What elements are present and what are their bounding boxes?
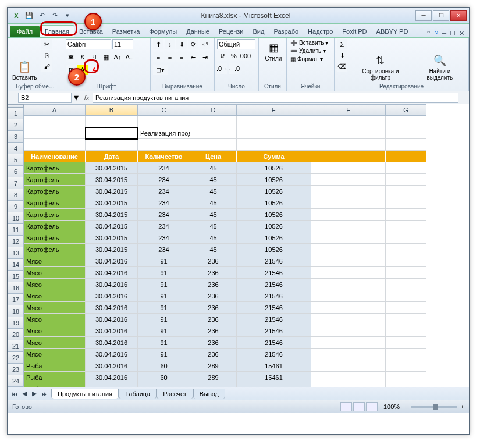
cell[interactable]	[386, 221, 426, 232]
cell[interactable]	[190, 139, 237, 151]
row-header[interactable]: 19	[8, 317, 24, 329]
cell[interactable]	[386, 162, 426, 174]
zoom-in-icon[interactable]: +	[461, 403, 464, 410]
help-icon[interactable]: ?	[435, 30, 438, 37]
autosum-icon[interactable]: Σ	[337, 39, 347, 49]
fx-icon[interactable]: fx	[81, 94, 93, 101]
cell[interactable]	[311, 267, 386, 279]
cell[interactable]	[311, 139, 386, 151]
cell[interactable]: 60	[138, 360, 190, 372]
row-header[interactable]: 9	[8, 201, 24, 212]
paste-button[interactable]: 📋 Вставить	[10, 39, 39, 82]
align-middle-icon[interactable]: ↕	[165, 39, 175, 49]
tab-view[interactable]: Вид	[248, 26, 269, 37]
cell[interactable]	[311, 244, 386, 255]
cell[interactable]: Рыба	[24, 372, 86, 383]
doc-close-icon[interactable]: ✕	[459, 30, 464, 37]
row-header[interactable]: 24	[8, 375, 24, 387]
cell[interactable]: 30.04.2016	[86, 267, 138, 279]
cell[interactable]: 236	[190, 279, 237, 290]
underline-button[interactable]: Ч	[89, 52, 99, 62]
align-top-icon[interactable]: ⬆	[153, 39, 163, 49]
cell[interactable]	[386, 314, 426, 325]
sheet-tab-3[interactable]: Рассчет	[157, 389, 193, 399]
cell[interactable]: 91	[138, 255, 190, 267]
cell[interactable]: 91	[138, 290, 190, 302]
tab-developer[interactable]: Разрабо	[269, 26, 303, 37]
cell[interactable]	[138, 116, 190, 127]
row-header[interactable]: 7	[8, 177, 24, 189]
excel-icon[interactable]: X	[11, 10, 22, 21]
tab-formulas[interactable]: Формулы	[144, 26, 182, 37]
cell[interactable]: 15461	[237, 372, 311, 383]
cell[interactable]	[311, 116, 386, 127]
cell[interactable]	[386, 360, 426, 372]
cell[interactable]	[311, 162, 386, 174]
cell[interactable]	[24, 139, 86, 151]
minimize-ribbon-icon[interactable]: ⌃	[426, 30, 431, 37]
font-name-select[interactable]	[66, 39, 111, 49]
cell[interactable]: 30.04.2016	[86, 383, 138, 387]
cell[interactable]	[311, 302, 386, 314]
cell[interactable]	[138, 139, 190, 151]
cell[interactable]: 30.04.2015	[86, 244, 138, 255]
formula-bar[interactable]: Реализация продуктов питания	[93, 93, 458, 103]
cell[interactable]	[311, 314, 386, 325]
zoom-out-icon[interactable]: −	[403, 403, 407, 410]
tab-abbyy[interactable]: ABBYY PD	[372, 26, 413, 37]
row-header[interactable]: 6	[8, 166, 24, 177]
zoom-level[interactable]: 100%	[383, 403, 400, 410]
tab-foxit[interactable]: Foxit PD	[337, 26, 371, 37]
cell[interactable]	[386, 174, 426, 186]
cell[interactable]	[190, 127, 237, 139]
row-header[interactable]: 18	[8, 305, 24, 317]
cell[interactable]	[311, 290, 386, 302]
cell[interactable]: Картофель	[24, 186, 86, 197]
tab-review[interactable]: Рецензи	[214, 26, 248, 37]
spreadsheet-grid[interactable]: 123456789101112131415161718192021222324 …	[8, 104, 469, 387]
col-header-E[interactable]: E	[237, 104, 311, 116]
doc-restore-icon[interactable]: ☐	[450, 30, 456, 37]
find-select-button[interactable]: 🔍 Найти и выделить	[414, 39, 466, 82]
cell[interactable]: 45	[190, 232, 237, 244]
cell[interactable]: 10526	[237, 221, 311, 232]
header-cell[interactable]: Цена	[190, 151, 237, 162]
cell[interactable]	[386, 151, 426, 162]
undo-icon[interactable]: ↶	[37, 10, 47, 21]
sheet-tab-4[interactable]: Вывод	[193, 389, 225, 399]
cell[interactable]: Картофель	[24, 197, 86, 209]
cell[interactable]: Мясо	[24, 337, 86, 349]
cell[interactable]	[24, 127, 86, 139]
row-header[interactable]: 10	[8, 212, 24, 224]
cell[interactable]: 234	[138, 162, 190, 174]
header-cell[interactable]: Сумма	[237, 151, 311, 162]
cell[interactable]: 21546	[237, 314, 311, 325]
cell[interactable]: 10526	[237, 244, 311, 255]
zoom-thumb[interactable]	[433, 404, 438, 410]
name-box[interactable]: B2	[18, 93, 72, 103]
cell[interactable]	[311, 360, 386, 372]
bold-button[interactable]: Ж	[66, 52, 76, 62]
row-header[interactable]: 21	[8, 340, 24, 352]
cell[interactable]	[311, 279, 386, 290]
sheet-nav-first-icon[interactable]: ⏮	[10, 389, 19, 399]
cell[interactable]: 30.04.2015	[86, 197, 138, 209]
cell[interactable]: 236	[190, 267, 237, 279]
cell[interactable]: 91	[138, 349, 190, 360]
row-header[interactable]: 5	[8, 154, 24, 166]
maximize-button[interactable]: ☐	[433, 10, 449, 21]
cell[interactable]	[386, 255, 426, 267]
zoom-slider[interactable]	[411, 406, 457, 408]
cell[interactable]	[386, 349, 426, 360]
header-cell[interactable]: Дата	[86, 151, 138, 162]
cell[interactable]	[386, 116, 426, 127]
tab-home[interactable]: Главная	[40, 25, 74, 37]
clear-icon[interactable]: ⌫	[337, 61, 347, 72]
cell[interactable]	[386, 302, 426, 314]
cell[interactable]	[86, 116, 138, 127]
cell[interactable]: Рыба	[24, 383, 86, 387]
close-button[interactable]: ✕	[450, 10, 467, 21]
cell[interactable]: 30.04.2016	[86, 349, 138, 360]
cell[interactable]	[386, 290, 426, 302]
cell[interactable]	[311, 232, 386, 244]
